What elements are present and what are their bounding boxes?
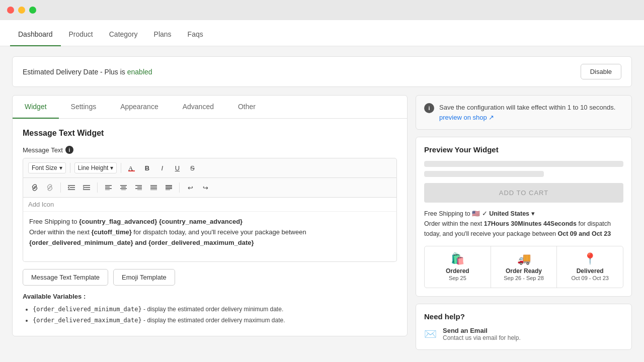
tab-settings[interactable]: Settings <box>59 96 109 119</box>
toolbar-sep-4 <box>97 183 98 193</box>
message-text-info-icon[interactable]: i <box>65 146 73 154</box>
editor-toolbar-row2: ↩ ↪ <box>23 178 397 198</box>
maximize-button[interactable] <box>29 7 36 14</box>
status-enabled: enabled <box>127 68 152 76</box>
template-buttons: Message Text Template Emoji Template <box>23 269 397 286</box>
info-icon: i <box>424 103 434 113</box>
bold-button[interactable]: B <box>140 161 153 174</box>
preview-step-ready: 🚚 Order Ready Sep 26 - Sep 28 <box>491 246 557 288</box>
close-button[interactable] <box>7 7 14 14</box>
step-date-ready: Sep 26 - Sep 28 <box>504 275 544 281</box>
tab-appearance[interactable]: Appearance <box>108 96 171 119</box>
step-label-ordered: Ordered <box>429 267 487 275</box>
font-size-select[interactable]: Font Size ▾ <box>28 162 66 173</box>
available-variables-title: Available Variables : <box>23 293 397 300</box>
ordered-icon: 🛍️ <box>429 252 487 265</box>
minimize-button[interactable] <box>18 7 25 14</box>
app-window: Dashboard Product Category Plans Faqs Es… <box>0 20 644 362</box>
status-text: Estimated Delivery Date - Plus is enable… <box>23 68 152 76</box>
preview-step-ordered: 🛍️ Ordered Sep 25 <box>425 246 491 288</box>
toolbar-sep-5 <box>179 183 180 193</box>
nav-product[interactable]: Product <box>61 23 101 46</box>
line-height-select[interactable]: Line Height ▾ <box>74 162 117 173</box>
unlink-button[interactable] <box>43 181 56 194</box>
add-icon-bar[interactable]: Add Icon <box>23 198 397 212</box>
outdent-button[interactable] <box>65 181 78 194</box>
editor-toolbar: Font Size ▾ Line Height ▾ <box>23 158 397 178</box>
svg-rect-1 <box>128 170 135 171</box>
svg-text:A: A <box>128 164 133 171</box>
preview-shop-link[interactable]: preview on shop ↗ <box>439 113 494 123</box>
preview-ph-bar-2 <box>424 171 544 177</box>
available-variables-list: {order_delivered_minimum_date} - display… <box>23 304 397 326</box>
toolbar-sep-1 <box>70 163 70 173</box>
message-text-label: Message Text i <box>23 146 397 154</box>
tab-other[interactable]: Other <box>226 96 268 119</box>
align-center-icon <box>120 185 127 190</box>
emoji-template-button[interactable]: Emoji Template <box>113 269 175 286</box>
indent-button[interactable] <box>80 181 93 194</box>
undo-button[interactable]: ↩ <box>184 181 197 194</box>
justify2-icon <box>166 185 172 190</box>
toolbar-sep-2 <box>121 163 121 173</box>
list-item: {order_delivered_minimum_date} - display… <box>33 304 397 315</box>
help-box: Need help? ✉️ Send an Email Contact us v… <box>416 304 632 350</box>
add-to-cart-preview: ADD TO CART <box>424 183 623 203</box>
font-color-button[interactable]: A <box>125 161 138 174</box>
two-col-layout: Widget Settings Appearance Advanced Othe… <box>12 95 632 350</box>
help-email-desc: Contact us via email for help. <box>443 334 521 341</box>
tab-widget[interactable]: Widget <box>13 96 59 119</box>
italic-button[interactable]: I <box>155 161 169 174</box>
link-icon <box>31 184 38 191</box>
nav-dashboard[interactable]: Dashboard <box>10 23 61 46</box>
nav-faqs[interactable]: Faqs <box>180 23 211 46</box>
strikethrough-button[interactable]: S <box>186 161 199 174</box>
justify-button[interactable] <box>147 181 160 194</box>
font-color-icon: A <box>128 164 135 171</box>
align-center-button[interactable] <box>117 181 130 194</box>
help-title: Need help? <box>424 312 623 321</box>
redo-button[interactable]: ↪ <box>199 181 212 194</box>
align-right-button[interactable] <box>132 181 145 194</box>
tab-content-widget: Message Text Widget Message Text i Font … <box>13 119 407 336</box>
step-label-delivered: Delivered <box>561 267 619 275</box>
disable-button[interactable]: Disable <box>581 64 621 79</box>
editor-content: Free Shipping to {country_flag_advanced}… <box>29 218 306 246</box>
content-area: Estimated Delivery Date - Plus is enable… <box>0 46 644 362</box>
align-left-button[interactable] <box>102 181 115 194</box>
preview-title: Preview Your Widget <box>424 145 623 154</box>
preview-box: Preview Your Widget ADD TO CART Free Shi… <box>416 137 632 297</box>
widget-section-title: Message Text Widget <box>23 129 397 138</box>
editor-area[interactable]: Free Shipping to {country_flag_advanced}… <box>23 212 397 262</box>
right-column: i Save the configuration will take effec… <box>416 95 632 350</box>
tab-advanced[interactable]: Advanced <box>171 96 226 119</box>
align-left-icon <box>105 185 112 190</box>
delivered-icon: 📍 <box>561 252 619 265</box>
outdent-icon <box>68 185 75 190</box>
step-label-ready: Order Ready <box>495 267 553 275</box>
status-bar: Estimated Delivery Date - Plus is enable… <box>12 56 632 87</box>
unlink-icon <box>46 184 53 191</box>
preview-step-delivered: 📍 Delivered Oct 09 - Oct 23 <box>557 246 623 288</box>
ready-icon: 🚚 <box>495 252 553 265</box>
indent-icon <box>83 185 90 190</box>
help-email-item: ✉️ Send an Email Contact us via email fo… <box>424 327 623 341</box>
preview-delivery-text: Free Shipping to 🇺🇸 ✓ United States ▾ Or… <box>424 209 623 239</box>
email-icon: ✉️ <box>424 328 437 340</box>
nav-plans[interactable]: Plans <box>146 23 180 46</box>
toolbar-sep-3 <box>60 183 61 193</box>
help-email-title: Send an Email <box>443 327 521 334</box>
justify2-button[interactable] <box>162 181 175 194</box>
titlebar <box>0 0 644 20</box>
info-box: i Save the configuration will take effec… <box>416 95 632 130</box>
list-item: {order_delivered_maximum_date} - display… <box>33 315 397 326</box>
underline-button[interactable]: U <box>171 161 184 174</box>
align-right-icon <box>135 185 142 190</box>
message-text-template-button[interactable]: Message Text Template <box>23 269 108 286</box>
link-button[interactable] <box>28 181 41 194</box>
preview-steps: 🛍️ Ordered Sep 25 🚚 Order Ready Sep 26 -… <box>424 246 623 288</box>
step-date-ordered: Sep 25 <box>449 275 466 281</box>
justify-icon <box>150 185 157 190</box>
nav-category[interactable]: Category <box>101 23 146 46</box>
preview-ph-bar-1 <box>424 161 623 167</box>
